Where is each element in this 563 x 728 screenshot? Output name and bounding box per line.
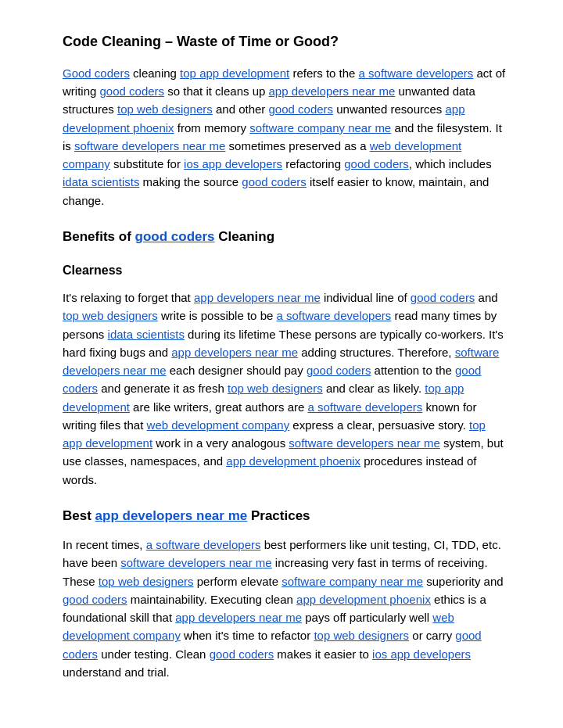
page-title: Code Cleaning – Waste of Time or Good? (63, 31, 508, 53)
link-web-dev-company-2[interactable]: web development company (147, 418, 290, 432)
link-app-dev-near-4[interactable]: app developers near me (175, 611, 302, 624)
benefits-title: Benefits of good coders Cleaning (63, 227, 508, 247)
link-good-coders-1[interactable]: Good coders (63, 66, 130, 80)
link-ios-app-1[interactable]: ios app developers (184, 157, 282, 170)
link-idata-sci-2[interactable]: idata scientists (108, 328, 185, 341)
link-good-coders-11[interactable]: good coders (210, 647, 274, 661)
link-app-dev-phoenix-2[interactable]: app development phoenix (226, 454, 360, 468)
best-practices-title: Best app developers near me Practices (63, 506, 508, 526)
link-software-dev-2[interactable]: software developers near me (74, 139, 225, 152)
link-good-coders-heading[interactable]: good coders (135, 229, 215, 244)
link-software-company-2[interactable]: software company near me (282, 575, 423, 588)
link-idata-sci-1[interactable]: idata scientists (63, 175, 139, 188)
link-software-dev-near-4[interactable]: software developers near me (120, 556, 271, 569)
clearness-paragraph: It's relaxing to forget that app develop… (63, 289, 508, 489)
link-top-app-dev-1[interactable]: top app development (180, 66, 289, 80)
link-software-company-1[interactable]: software company near me (249, 121, 391, 134)
link-top-web-5[interactable]: top web designers (314, 629, 409, 642)
link-software-dev-near-3[interactable]: software developers near me (289, 436, 439, 450)
link-good-coders-4[interactable]: good coders (344, 157, 409, 170)
link-good-coders-9[interactable]: good coders (63, 593, 127, 606)
clearness-title: Clearness (63, 261, 508, 281)
link-software-dev-5[interactable]: a software developers (146, 538, 261, 551)
link-top-web-4[interactable]: top web designers (99, 575, 194, 588)
link-good-coders-2[interactable]: good coders (100, 84, 165, 98)
link-top-web-2[interactable]: top web designers (63, 309, 158, 322)
best-practices-paragraph: In recent times, a software developers b… (63, 536, 508, 681)
link-ios-app-2[interactable]: ios app developers (372, 647, 471, 661)
intro-paragraph: Good coders cleaning top app development… (63, 64, 508, 210)
link-good-coders-7[interactable]: good coders (307, 364, 371, 377)
link-app-dev-near-heading[interactable]: app developers near me (95, 508, 248, 523)
link-app-dev-near-3[interactable]: app developers near me (171, 346, 298, 359)
link-top-web-3[interactable]: top web designers (228, 382, 323, 395)
link-app-dev-near-1[interactable]: app developers near me (269, 84, 396, 98)
link-top-web-1[interactable]: top web designers (117, 102, 213, 116)
link-software-dev-4[interactable]: a software developers (308, 400, 423, 414)
link-software-dev-3[interactable]: a software developers (277, 309, 392, 322)
link-good-coders-5[interactable]: good coders (242, 175, 307, 188)
link-good-coders-6[interactable]: good coders (411, 291, 475, 304)
link-good-coders-3[interactable]: good coders (269, 102, 334, 116)
link-app-dev-near-2[interactable]: app developers near me (194, 291, 321, 304)
link-software-dev-1[interactable]: a software developers (359, 66, 474, 80)
link-app-dev-phoenix-3[interactable]: app development phoenix (296, 593, 431, 606)
